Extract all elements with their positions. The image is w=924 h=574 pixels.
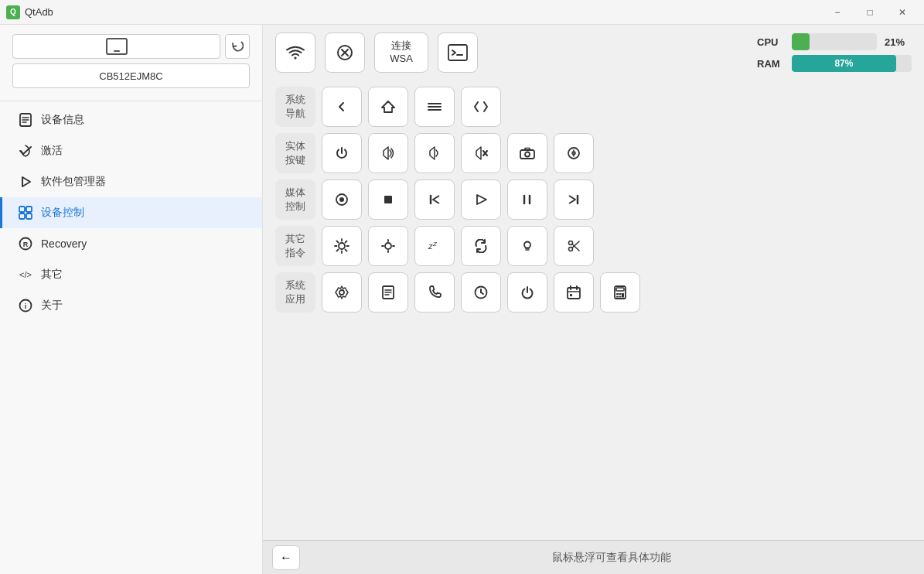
wsa-line2: WSA	[390, 53, 413, 66]
key-power-button[interactable]	[322, 133, 362, 173]
media-stop-button[interactable]	[368, 179, 408, 220]
cmd-sleep-button[interactable]: zZ	[414, 226, 455, 266]
control-row-physical-keys: 实体 按键	[275, 133, 912, 173]
svg-rect-81	[616, 288, 624, 291]
cmd-scissors-button[interactable]	[554, 226, 594, 266]
sidebar-divider	[0, 101, 262, 101]
app-contacts-button[interactable]	[368, 272, 408, 313]
ram-row: RAM 87%	[757, 55, 912, 72]
ram-label: RAM	[757, 58, 784, 70]
nav-menu-button[interactable]	[414, 87, 455, 127]
maximize-button[interactable]: □	[854, 2, 885, 23]
refresh-button[interactable]	[225, 34, 250, 59]
ram-bar-bg: 87%	[792, 55, 912, 72]
svg-rect-85	[616, 296, 619, 298]
svg-point-66	[339, 290, 344, 295]
app-calc-button[interactable]	[600, 272, 640, 313]
ram-value-inside: 87%	[834, 58, 853, 69]
key-screenshot-button[interactable]	[554, 133, 594, 173]
svg-rect-83	[619, 293, 622, 295]
svg-rect-10	[26, 214, 32, 219]
control-row-media-ctrl: 媒体 控制	[275, 179, 912, 220]
media-next-button[interactable]	[554, 179, 594, 220]
wifi-button[interactable]	[275, 32, 315, 73]
device-info-label: 设备信息	[41, 113, 84, 127]
key-vol-up-button[interactable]	[368, 133, 408, 173]
back-button[interactable]: ←	[272, 545, 300, 570]
svg-rect-87	[622, 293, 624, 298]
sidebar-item-package-manager[interactable]: 软件包管理器	[0, 166, 262, 197]
svg-marker-29	[476, 147, 481, 159]
svg-point-45	[339, 243, 345, 249]
cancel-button[interactable]	[325, 32, 365, 73]
svg-rect-9	[19, 214, 25, 219]
nav-back-button[interactable]	[322, 87, 362, 127]
media-power-button[interactable]	[322, 179, 362, 220]
cmd-bright-down-button[interactable]	[368, 226, 408, 266]
top-toolbar: 连接 WSA CPU 21%	[263, 25, 924, 80]
sidebar-item-device-control[interactable]: 设备控制	[0, 197, 262, 228]
app-time-button[interactable]	[461, 272, 501, 313]
cpu-label: CPU	[757, 36, 784, 48]
main-content: CB512EJM8C 设备信息激活软件包管理器设备控制RRecovery</>其…	[0, 25, 924, 574]
device-control-label: 设备控制	[41, 206, 84, 220]
svg-marker-28	[430, 147, 435, 159]
minimize-button[interactable]: −	[822, 2, 853, 23]
other-label: 其它	[41, 268, 63, 282]
svg-point-33	[525, 152, 530, 157]
svg-rect-86	[619, 296, 622, 298]
sidebar-item-recovery[interactable]: RRecovery	[0, 228, 262, 259]
svg-marker-41	[477, 195, 486, 204]
media-prev-button[interactable]	[414, 179, 455, 220]
physical-keys-label: 实体 按键	[275, 133, 315, 173]
media-play-button[interactable]	[461, 179, 501, 220]
app-title: QtAdb	[25, 6, 53, 18]
activate-icon	[18, 143, 33, 159]
svg-text:Z: Z	[432, 241, 438, 248]
app-calendar-button[interactable]	[554, 272, 594, 313]
terminal-button[interactable]	[438, 32, 478, 73]
key-vol-down-button[interactable]	[414, 133, 455, 173]
sidebar-items-container: 设备信息激活软件包管理器设备控制RRecovery</>其它i关于	[0, 104, 262, 321]
control-area: 系统 导航实体 按键媒体 控制其它 指令zZ系统 应用	[263, 80, 924, 540]
ram-bar-fill: 87%	[792, 55, 896, 72]
cpu-bar-fill	[792, 33, 810, 50]
svg-point-16	[295, 57, 297, 60]
cmd-bright-up-button[interactable]	[322, 226, 362, 266]
sidebar-item-other[interactable]: </>其它	[0, 259, 262, 290]
sidebar-item-about[interactable]: i关于	[0, 290, 262, 321]
close-button[interactable]: ✕	[887, 2, 918, 23]
about-label: 关于	[41, 299, 63, 313]
app-phone-button[interactable]	[414, 272, 455, 313]
title-bar-controls: − □ ✕	[822, 2, 918, 23]
svg-rect-75	[568, 288, 580, 299]
svg-point-54	[385, 243, 391, 249]
title-bar-left: Q QtAdb	[6, 5, 53, 19]
svg-line-73	[481, 292, 483, 294]
recovery-icon: R	[18, 236, 33, 251]
key-camera-button[interactable]	[507, 133, 547, 173]
other-icon: </>	[18, 267, 33, 282]
cpu-bar-bg	[792, 33, 877, 50]
sys-nav-label: 系统 导航	[275, 87, 315, 127]
key-mute-button[interactable]	[461, 133, 501, 173]
app-settings-button[interactable]	[322, 272, 362, 313]
media-pause-button[interactable]	[507, 179, 547, 220]
control-row-other-cmds: 其它 指令zZ	[275, 226, 912, 266]
sidebar-item-activate[interactable]: 激活	[0, 135, 262, 166]
sidebar-item-device-info[interactable]: 设备信息	[0, 104, 262, 135]
wsa-connect-button[interactable]: 连接 WSA	[374, 32, 428, 73]
app-shutdown-button[interactable]	[507, 272, 547, 313]
svg-marker-6	[22, 177, 30, 186]
svg-point-61	[524, 242, 530, 248]
device-top-row	[12, 34, 250, 59]
cmd-light-button[interactable]	[507, 226, 547, 266]
nav-home-button[interactable]	[368, 87, 408, 127]
svg-line-52	[346, 241, 347, 243]
hint-text: 鼠标悬浮可查看具体功能	[308, 551, 915, 565]
svg-rect-7	[19, 207, 25, 212]
cmd-rotate-button[interactable]	[461, 226, 501, 266]
nav-switch-button[interactable]	[461, 87, 501, 127]
svg-line-53	[337, 250, 339, 251]
svg-rect-79	[570, 294, 572, 296]
